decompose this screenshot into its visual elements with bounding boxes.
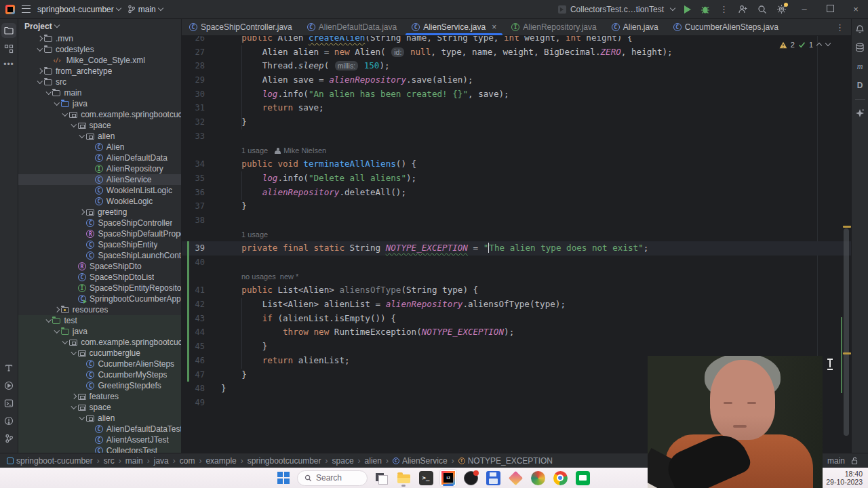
token[interactable]: alienRepository — [262, 187, 340, 197]
code-line[interactable]: 41 public List<Alien> aliensOfType(Strin… — [182, 283, 851, 298]
code-text[interactable] — [221, 129, 851, 144]
line-number[interactable]: 28 — [182, 59, 205, 73]
tab-options-icon[interactable]: ⋮ — [835, 22, 844, 33]
breadcrumb-item[interactable]: CAlienService — [393, 456, 448, 466]
line-number[interactable]: 35 — [182, 171, 205, 186]
inspection-widget[interactable]: 2 1 — [779, 41, 831, 49]
tree-item[interactable]: space — [18, 120, 181, 131]
inlay-hint[interactable]: 1 usageMike Nielsen — [182, 144, 851, 158]
code-line[interactable]: 38 — [182, 214, 851, 228]
line-number[interactable]: 33 — [182, 129, 205, 144]
token[interactable]: } — [221, 117, 247, 127]
tree-item[interactable]: alien — [18, 131, 181, 142]
code-line[interactable]: 42 List<Alien> alienList = alienReposito… — [182, 298, 851, 312]
token[interactable]: null — [410, 47, 431, 57]
token[interactable]: .deleteAll(); — [339, 187, 406, 197]
token[interactable]: ; — [644, 243, 649, 253]
line-number[interactable]: 36 — [182, 186, 205, 200]
code-text[interactable]: private final static String NOTYPE_EXCEP… — [221, 241, 851, 256]
status-branch-name[interactable]: main — [827, 456, 845, 466]
chevron-down-icon[interactable] — [70, 351, 78, 355]
line-number[interactable] — [182, 270, 205, 284]
line-number[interactable]: 45 — [182, 340, 205, 354]
chevron-right-icon[interactable] — [78, 210, 86, 214]
chevron-down-icon[interactable] — [53, 102, 61, 106]
code-text[interactable]: public void terminateAllAliens() { — [221, 157, 851, 171]
chevron-right-icon[interactable] — [70, 394, 78, 399]
token[interactable]: "An alien has been created! {}" — [309, 89, 468, 99]
code-text[interactable]: } — [221, 340, 851, 354]
code-text[interactable] — [221, 256, 851, 270]
task-view-button[interactable] — [372, 469, 390, 487]
chat-app-icon[interactable] — [574, 469, 591, 487]
editor-tab[interactable]: CAlienDefaultData.java — [300, 19, 404, 35]
breadcrumb-item[interactable]: space — [332, 456, 354, 466]
token[interactable]: Alien( — [350, 47, 391, 57]
todo-icon[interactable] — [4, 363, 14, 373]
breadcrumb-item[interactable]: alien — [365, 456, 382, 466]
token[interactable]: Alien alien = — [221, 47, 334, 57]
token[interactable]: 1 usage — [241, 146, 268, 155]
tree-item[interactable]: CCollectorsTest — [18, 445, 181, 453]
breadcrumb-item[interactable]: example — [205, 456, 236, 466]
token[interactable]: sleep — [298, 60, 324, 70]
line-number[interactable]: 41 — [182, 283, 205, 298]
breadcrumb-item[interactable]: main — [125, 456, 143, 466]
token[interactable]: ); — [406, 173, 416, 183]
tree-item[interactable]: cucumberglue — [18, 348, 181, 359]
tree-item[interactable]: CAlienDefaultDataTest — [18, 424, 181, 434]
notifications-bell-icon[interactable] — [855, 24, 865, 34]
token[interactable]: log — [262, 173, 278, 183]
next-problem-icon[interactable] — [825, 42, 831, 47]
token[interactable]: Alien save = — [221, 75, 329, 85]
code-line[interactable]: 39 private final static String NOTYPE_EX… — [182, 241, 851, 256]
token[interactable]: new — [334, 47, 350, 57]
tree-item[interactable]: CSpaceShipDtoList — [18, 272, 181, 283]
tree-item[interactable]: IAlienRepository — [18, 163, 181, 174]
tree-item[interactable]: com.example.springbootcucumber — [18, 337, 181, 348]
token[interactable]: NOTYPE_EXCEPTION — [386, 243, 468, 253]
token[interactable]: .save(alien); — [406, 75, 473, 85]
token[interactable]: public void — [221, 159, 303, 169]
token[interactable]: } — [221, 201, 247, 211]
line-number[interactable]: 49 — [182, 396, 205, 410]
tree-item[interactable]: CGreetingStepdefs — [18, 380, 181, 391]
recorder-app-icon[interactable] — [462, 469, 479, 487]
tree-item[interactable]: java — [18, 326, 181, 337]
token[interactable]: , height); — [621, 47, 673, 57]
line-number[interactable]: 40 — [182, 256, 205, 270]
token[interactable]: .info( — [277, 89, 309, 99]
tree-item[interactable]: com.example.springbootcucumber — [18, 109, 181, 120]
chevron-down-icon[interactable] — [36, 80, 44, 84]
code-line[interactable]: 29 Alien save = alienRepository.save(ali… — [182, 73, 851, 87]
line-number[interactable]: 42 — [182, 298, 205, 312]
line-number[interactable]: 47 — [182, 368, 205, 382]
breadcrumb-item[interactable]: springbootcucumber — [248, 456, 321, 466]
token[interactable] — [221, 187, 262, 197]
token[interactable]: The alien type does not exist" — [489, 243, 643, 253]
close-button[interactable]: × — [848, 4, 864, 14]
tree-item[interactable]: CWookieInListLogic — [18, 185, 181, 196]
line-number[interactable] — [182, 228, 205, 242]
token[interactable]: String — [350, 243, 386, 253]
code-text[interactable]: } — [221, 199, 851, 214]
code-text[interactable]: throw new RuntimeException(NOTYPE_EXCEPT… — [221, 325, 851, 340]
services-icon[interactable] — [4, 381, 14, 390]
token[interactable]: List<Alien> — [277, 285, 339, 295]
code-line[interactable]: 30 log.info("An alien has been created! … — [182, 87, 851, 102]
chevron-down-icon[interactable] — [44, 91, 52, 95]
chevron-right-icon[interactable] — [36, 37, 44, 41]
token[interactable]: } — [221, 383, 226, 393]
token[interactable]: throw new — [221, 327, 334, 337]
branch-widget[interactable]: main — [127, 5, 163, 14]
code-line[interactable]: 34 public void terminateAllAliens() { — [182, 157, 851, 171]
token[interactable]: 150 — [364, 60, 380, 70]
run-configuration-selector[interactable]: CollectorsTest.c…tionTest — [558, 5, 675, 14]
line-number[interactable]: 32 — [182, 115, 205, 129]
chevron-right-icon[interactable] — [36, 69, 44, 73]
code-text[interactable]: } — [221, 115, 851, 129]
tree-item[interactable]: space — [18, 402, 181, 413]
token[interactable]: Mike Nielsen — [283, 146, 326, 155]
token[interactable] — [359, 60, 364, 70]
tree-item[interactable]: alien — [18, 413, 181, 424]
